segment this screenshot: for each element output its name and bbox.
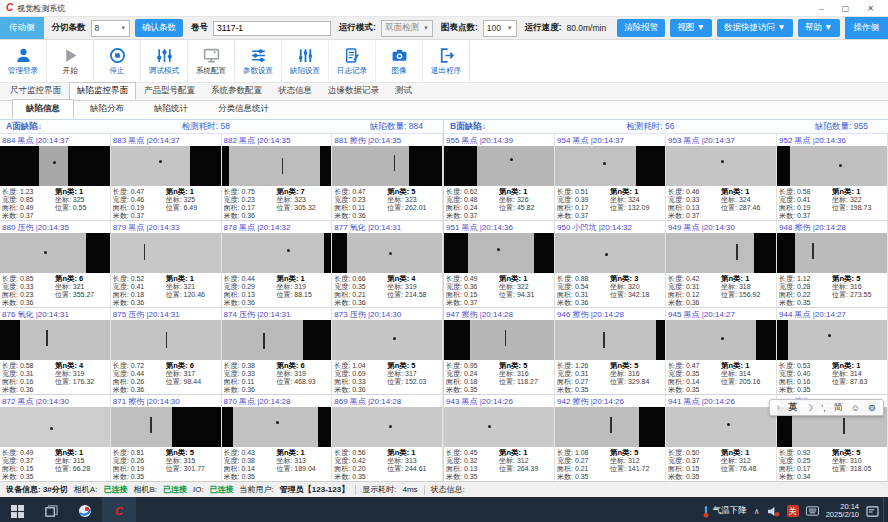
- defect-cell-881[interactable]: 881 擦伤 |20:14:35长度: 0.47宽度: 0.23面积: 0.11…: [332, 134, 443, 221]
- minimize-button[interactable]: ‒: [819, 4, 823, 13]
- defect-thumbnail[interactable]: [0, 233, 110, 273]
- tray-expand-chevron[interactable]: ∧: [754, 507, 760, 516]
- main-tab-3[interactable]: 系统参数配置: [203, 82, 270, 100]
- tool-exit[interactable]: 退出程序: [423, 40, 470, 82]
- defect-cell-872[interactable]: 872 黑点 |20:14:30长度: 0.49宽度: 0.37面积: 0.15…: [0, 395, 111, 481]
- defect-cell-953[interactable]: 953 黑点 |20:14:37长度: 0.46宽度: 0.33面积: 0.13…: [666, 134, 777, 221]
- data-quick-access-button[interactable]: 数据快捷访问 ▼: [717, 19, 793, 37]
- panel-a-title[interactable]: A面缺陷↓: [6, 121, 42, 133]
- sub-tab-3[interactable]: 分类信息统计: [204, 99, 283, 119]
- defect-cell-949[interactable]: 949 黑点 |20:14:30长度: 0.42宽度: 0.31面积: 0.12…: [666, 221, 777, 308]
- defect-thumbnail[interactable]: [111, 146, 221, 186]
- tool-debug-sliders[interactable]: 调试模式: [141, 40, 188, 82]
- defect-thumbnail[interactable]: [555, 320, 665, 360]
- taskbar-clock[interactable]: 20:14 2025/2/10: [826, 503, 859, 520]
- defect-thumbnail[interactable]: [0, 146, 110, 186]
- defect-cell-948[interactable]: 948 擦伤 |20:14:28长度: 1.12宽度: 0.28面积: 0.22…: [777, 221, 888, 308]
- main-tab-0[interactable]: 尺寸监控界面: [2, 82, 69, 100]
- defect-cell-878[interactable]: 878 黑点 |20:14:32长度: 0.44宽度: 0.29面积: 0.13…: [222, 221, 333, 308]
- confirm-count-button[interactable]: 确认条数: [135, 19, 183, 37]
- defect-thumbnail[interactable]: [444, 407, 554, 447]
- main-tab-5[interactable]: 边缘数据记录: [320, 82, 387, 100]
- defect-cell-946[interactable]: 946 擦伤 |20:14:28长度: 1.26宽度: 0.31面积: 0.27…: [555, 308, 666, 395]
- defect-cell-951[interactable]: 951 黑点 |20:14:36长度: 0.49宽度: 0.36面积: 0.15…: [444, 221, 555, 308]
- defect-cell-879[interactable]: 879 黑点 |20:14:33长度: 0.52宽度: 0.41面积: 0.18…: [111, 221, 222, 308]
- defect-thumbnail[interactable]: [555, 146, 665, 186]
- defect-thumbnail[interactable]: [222, 320, 332, 360]
- defect-thumbnail[interactable]: [777, 320, 887, 360]
- defect-thumbnail[interactable]: [222, 233, 332, 273]
- view-menu-button[interactable]: 视图 ▼: [670, 19, 712, 37]
- drive-side-button[interactable]: 传动侧: [0, 17, 44, 39]
- defect-thumbnail[interactable]: [444, 146, 554, 186]
- defect-cell-883[interactable]: 883 黑点 |20:14:37长度: 0.47宽度: 0.46面积: 0.19…: [111, 134, 222, 221]
- notification-icon[interactable]: [866, 506, 879, 517]
- slit-count-select[interactable]: 8▼: [91, 20, 131, 37]
- defect-cell-945[interactable]: 945 黑点 |20:14:27长度: 0.47宽度: 0.35面积: 0.14…: [666, 308, 777, 395]
- defect-cell-954[interactable]: 954 黑点 |20:14:37长度: 0.51宽度: 0.39面积: 0.17…: [555, 134, 666, 221]
- defect-cell-941[interactable]: 941 黑点 |20:14:26长度: 0.50宽度: 0.37面积: 0.15…: [666, 395, 777, 481]
- tool-user[interactable]: 管理登录: [0, 40, 47, 82]
- sub-tab-0[interactable]: 缺陷信息: [12, 99, 74, 119]
- tool-monitor[interactable]: 系统配置: [188, 40, 235, 82]
- panel-b-title[interactable]: B面缺陷↓: [450, 121, 486, 133]
- defect-thumbnail[interactable]: [111, 407, 221, 447]
- ime-fullhalf-moon-icon[interactable]: ☽: [805, 403, 813, 413]
- ime-settings-gear-icon[interactable]: ⚙: [868, 403, 876, 413]
- defect-cell-884[interactable]: 884 黑点 |20:14:37长度: 1.23宽度: 0.85面积: 0.49…: [0, 134, 111, 221]
- defect-cell-947[interactable]: 947 擦伤 |20:14:28长度: 0.95宽度: 0.24面积: 0.18…: [444, 308, 555, 395]
- help-menu-button[interactable]: 帮助 ▼: [798, 19, 840, 37]
- sub-tab-1[interactable]: 缺陷分布: [76, 99, 138, 119]
- keyboard-icon[interactable]: [806, 506, 819, 516]
- sub-tab-2[interactable]: 缺陷统计: [140, 99, 202, 119]
- main-tab-4[interactable]: 状态信息: [270, 82, 320, 100]
- defect-thumbnail[interactable]: [555, 233, 665, 273]
- tool-stop[interactable]: 停止: [94, 40, 141, 82]
- defect-thumbnail[interactable]: [222, 146, 332, 186]
- defect-cell-877[interactable]: 877 氧化 |20:14:31长度: 0.66宽度: 0.35面积: 0.21…: [332, 221, 443, 308]
- defect-cell-950[interactable]: 950 小凹坑 |20:14:32长度: 0.88宽度: 0.54面积: 0.3…: [555, 221, 666, 308]
- defect-cell-952[interactable]: 952 黑点 |20:14:36长度: 0.58宽度: 0.41面积: 0.19…: [777, 134, 888, 221]
- defect-thumbnail[interactable]: [666, 146, 776, 186]
- tool-camera[interactable]: 图像: [376, 40, 423, 82]
- defect-thumbnail[interactable]: [777, 233, 887, 273]
- tool-log[interactable]: 日志记录: [329, 40, 376, 82]
- main-tab-2[interactable]: 产品型号配置: [136, 82, 203, 100]
- task-view-button[interactable]: [34, 497, 68, 522]
- defect-thumbnail[interactable]: [666, 320, 776, 360]
- clear-alarm-button[interactable]: 清除报警: [617, 19, 665, 37]
- defect-thumbnail[interactable]: [332, 233, 442, 273]
- ime-drag-handle[interactable]: ‖: [777, 403, 780, 412]
- defect-thumbnail[interactable]: [111, 320, 221, 360]
- defect-cell-942[interactable]: 942 擦伤 |20:14:26长度: 1.08宽度: 0.27面积: 0.21…: [555, 395, 666, 481]
- defect-cell-876[interactable]: 876 氧化 |20:14:31长度: 0.58宽度: 0.31面积: 0.16…: [0, 308, 111, 395]
- defect-cell-874[interactable]: 874 压伤 |20:14:31长度: 0.38宽度: 0.33面积: 0.11…: [222, 308, 333, 395]
- chart-points-select[interactable]: 100▼: [483, 20, 517, 37]
- close-button[interactable]: ✕: [867, 4, 874, 13]
- tool-params-sliders[interactable]: 参数设置: [235, 40, 282, 82]
- volume-icon[interactable]: [767, 506, 780, 517]
- ime-emoji-icon[interactable]: ☺: [851, 403, 860, 413]
- main-tab-1[interactable]: 缺陷监控界面: [69, 82, 136, 100]
- defect-thumbnail[interactable]: [444, 320, 554, 360]
- defect-cell-955[interactable]: 955 黑点 |20:14:39长度: 0.62宽度: 0.48面积: 0.24…: [444, 134, 555, 221]
- ime-simplified[interactable]: 简: [834, 401, 843, 414]
- defect-thumbnail[interactable]: [666, 233, 776, 273]
- tool-defect-sliders[interactable]: 缺陷设置: [282, 40, 329, 82]
- defect-cell-871[interactable]: 871 擦伤 |20:14:30长度: 0.81宽度: 0.26面积: 0.19…: [111, 395, 222, 481]
- ime-punctuation[interactable]: ’,: [821, 403, 826, 413]
- defect-cell-882[interactable]: 882 黑点 |20:14:35长度: 0.75宽度: 0.23面积: 0.17…: [222, 134, 333, 221]
- defect-cell-869[interactable]: 869 黑点 |20:14:28长度: 0.56宽度: 0.42面积: 0.20…: [332, 395, 443, 481]
- start-button[interactable]: [0, 497, 34, 522]
- tool-play[interactable]: 开始: [47, 40, 94, 82]
- weather-widget[interactable]: 气温下降: [702, 505, 747, 518]
- show-desktop-button[interactable]: [883, 497, 888, 522]
- defect-cell-875[interactable]: 875 压伤 |20:14:31长度: 0.72宽度: 0.44面积: 0.26…: [111, 308, 222, 395]
- defect-thumbnail[interactable]: [332, 407, 442, 447]
- defect-cell-943[interactable]: 943 黑点 |20:14:26长度: 0.45宽度: 0.32面积: 0.13…: [444, 395, 555, 481]
- defect-thumbnail[interactable]: [0, 320, 110, 360]
- defect-cell-870[interactable]: 870 黑点 |20:14:28长度: 0.43宽度: 0.38面积: 0.14…: [222, 395, 333, 481]
- defect-thumbnail[interactable]: [111, 233, 221, 273]
- defect-thumbnail[interactable]: [332, 320, 442, 360]
- defect-cell-873[interactable]: 873 压伤 |20:14:30长度: 1.04宽度: 0.69面积: 0.33…: [332, 308, 443, 395]
